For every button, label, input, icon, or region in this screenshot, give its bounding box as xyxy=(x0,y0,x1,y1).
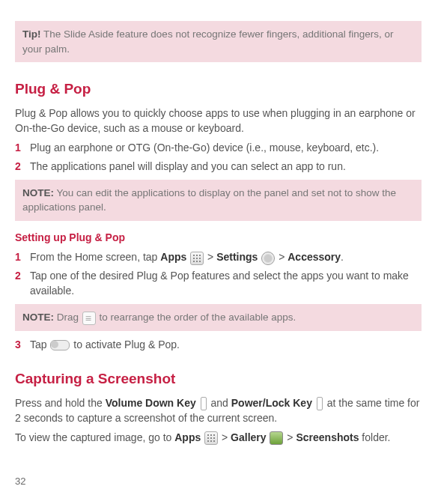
note-label: NOTE: xyxy=(22,312,54,323)
step-number: 3 xyxy=(15,337,27,352)
plug-pop-step: 1 Plug an earphone or OTG (On-the-Go) de… xyxy=(15,140,422,155)
apps-icon xyxy=(190,252,204,265)
step-number: 2 xyxy=(15,159,27,174)
text-segment: folder. xyxy=(359,431,390,443)
note-pre: Drag xyxy=(57,312,82,323)
setup-subheading: Setting up Plug & Pop xyxy=(15,230,422,245)
note-label: NOTE: xyxy=(22,187,54,198)
volume-down-key-label: Volume Down Key xyxy=(106,397,196,409)
apps-label: Apps xyxy=(160,251,186,263)
note-text: You can edit the applications to display… xyxy=(22,187,396,213)
settings-icon xyxy=(261,252,275,265)
separator: > xyxy=(204,251,216,263)
gallery-icon xyxy=(270,431,283,445)
toggle-icon xyxy=(50,340,70,350)
volume-down-key-icon xyxy=(201,397,207,410)
power-lock-key-icon xyxy=(317,397,323,410)
screenshots-label: Screenshots xyxy=(296,431,359,443)
step-number: 1 xyxy=(15,140,27,155)
setup-step: 2 Tap one of the desired Plug & Pop feat… xyxy=(15,268,422,299)
tip-label: Tip! xyxy=(22,28,41,40)
apps-icon xyxy=(204,431,218,445)
step-text: Tap one of the desired Plug & Pop featur… xyxy=(30,268,422,299)
note-post: to rearrange the order of the available … xyxy=(97,312,296,323)
settings-label: Settings xyxy=(216,251,258,263)
plug-pop-step: 2 The applications panel will display an… xyxy=(15,159,422,174)
separator: > xyxy=(284,431,296,443)
step-body: Tap to activate Plug & Pop. xyxy=(30,337,422,352)
step-body: From the Home screen, tap Apps > Setting… xyxy=(30,249,422,264)
text-segment: . xyxy=(341,251,344,263)
drag-icon xyxy=(82,312,96,325)
text-segment: to activate Plug & Pop. xyxy=(70,338,180,350)
capturing-heading: Capturing a Screenshot xyxy=(15,368,422,389)
text-segment: From the Home screen, tap xyxy=(30,251,160,263)
step-text: The applications panel will display and … xyxy=(30,159,422,174)
power-lock-key-label: Power/Lock Key xyxy=(231,397,312,409)
plug-pop-intro: Plug & Pop allows you to quickly choose … xyxy=(15,106,422,136)
separator: > xyxy=(219,431,231,443)
step-number: 1 xyxy=(15,249,27,264)
activate-step: 3 Tap to activate Plug & Pop. xyxy=(15,337,422,352)
text-segment: To view the captured image, go to xyxy=(15,431,174,443)
separator: > xyxy=(276,251,287,263)
apps-label: Apps xyxy=(174,431,201,443)
capturing-p2: To view the captured image, go to Apps >… xyxy=(15,430,422,445)
tip-text: The Slide Aside feature does not recogni… xyxy=(22,28,394,55)
note-box: NOTE: Drag to rearrange the order of the… xyxy=(15,304,422,331)
setup-step: 1 From the Home screen, tap Apps > Setti… xyxy=(15,249,422,264)
text-segment: Press and hold the xyxy=(15,397,106,409)
plug-pop-heading: Plug & Pop xyxy=(15,79,422,100)
text-segment: Tap xyxy=(30,338,49,350)
note-box: NOTE: You can edit the applications to d… xyxy=(15,180,422,221)
page-number: 32 xyxy=(15,475,422,489)
text-segment: and xyxy=(208,397,231,409)
capturing-p1: Press and hold the Volume Down Key and P… xyxy=(15,395,422,426)
gallery-label: Gallery xyxy=(231,431,266,443)
accessory-label: Accessory xyxy=(287,251,341,263)
tip-box: Tip! The Slide Aside feature does not re… xyxy=(15,21,422,62)
step-text: Plug an earphone or OTG (On-the-Go) devi… xyxy=(30,140,422,155)
step-number: 2 xyxy=(15,268,27,299)
